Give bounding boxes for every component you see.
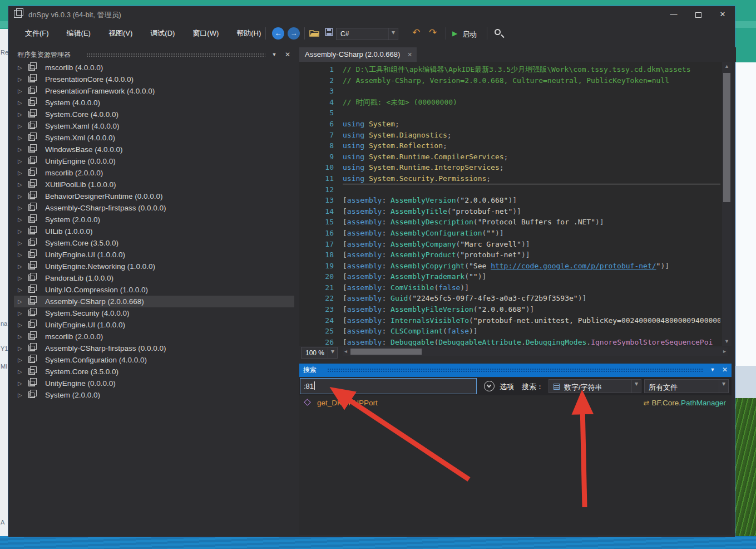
tree-item[interactable]: ▷System.Xaml (4.0.0.0)	[14, 120, 294, 132]
expander-icon[interactable]: ▷	[18, 389, 22, 401]
tree-item[interactable]: ▷Assembly-CSharp-firstpass (0.0.0.0)	[14, 202, 294, 214]
tree-item[interactable]: ▷System.Xml (4.0.0.0)	[14, 132, 294, 144]
code-editor[interactable]: 1// D:\工具和组件\apk编辑器\ApkIDE最新3.3.5少月增强版\W…	[299, 62, 732, 346]
menu-item-1[interactable]: 编辑(E)	[58, 23, 100, 44]
search-scope-select[interactable]: 所有文件 ▾	[644, 379, 729, 393]
expander-icon[interactable]: ▷	[18, 342, 22, 354]
redo-button[interactable]: ↷	[429, 27, 437, 38]
result-name[interactable]: get_DKMPHPPort	[317, 396, 378, 410]
expander-icon[interactable]: ▷	[18, 354, 22, 366]
maximize-button[interactable]	[686, 6, 710, 23]
expander-icon[interactable]: ▷	[18, 85, 22, 97]
tree-item[interactable]: ▷UnityEngine.Networking (1.0.0.0)	[14, 261, 294, 272]
tree-item[interactable]: ▷WindowsBase (4.0.0.0)	[14, 144, 294, 155]
expander-icon[interactable]: ▷	[18, 366, 22, 378]
close-button[interactable]: ✕	[710, 6, 735, 23]
tree-item[interactable]: ▷UnityEngine.UI (1.0.0.0)	[14, 249, 294, 261]
tree-item[interactable]: ▷mscorlib (2.0.0.0)	[14, 167, 294, 179]
tree-item[interactable]: ▷PandoraLib (1.0.0.0)	[14, 272, 294, 284]
expander-icon[interactable]: ▷	[18, 237, 22, 249]
menu-item-3[interactable]: 调试(D)	[141, 23, 184, 44]
expander-icon[interactable]: ▷	[18, 249, 22, 261]
tree-item[interactable]: ▷XUtliPoolLib (1.0.0.0)	[14, 179, 294, 190]
tree-item[interactable]: ▷System.Core (4.0.0.0)	[14, 109, 294, 120]
minimize-button[interactable]: —	[661, 6, 686, 23]
tree-item[interactable]: ▷PresentationCore (4.0.0.0)	[14, 73, 294, 85]
tree-item[interactable]: ▷System (4.0.0.0)	[14, 97, 294, 109]
hyperlink[interactable]: http://code.google.com/p/protobuf-net/	[491, 262, 656, 270]
expander-icon[interactable]: ▷	[18, 97, 22, 109]
undo-button[interactable]: ↶	[412, 27, 420, 38]
tree-item[interactable]: ▷System (2.0.0.0)	[14, 389, 294, 401]
tree-item[interactable]: ▷System.Core (3.5.0.0)	[14, 237, 294, 249]
horizontal-scrollbar-thumb[interactable]	[350, 349, 422, 355]
tree-item[interactable]: ▷System (2.0.0.0)	[14, 214, 294, 226]
options-label[interactable]: 选项	[500, 382, 514, 392]
expander-icon[interactable]: ▷	[18, 179, 22, 190]
menu-item-5[interactable]: 帮助(H)	[228, 23, 270, 44]
zoom-level-select[interactable]: 100 % ▾	[301, 347, 338, 359]
expander-icon[interactable]: ▷	[18, 307, 22, 319]
tab-assembly-csharp[interactable]: Assembly-CSharp (2.0.0.668) ✕	[299, 47, 417, 62]
language-select[interactable]: C# ▾	[336, 28, 398, 40]
navigate-back-button[interactable]: ←	[272, 27, 284, 40]
tree-item[interactable]: ▷UnityEngine (0.0.0.0)	[14, 155, 294, 167]
menu-item-0[interactable]: 文件(F)	[16, 23, 58, 44]
navigate-forward-button[interactable]: →	[288, 27, 300, 40]
tab-close-icon[interactable]: ✕	[407, 51, 412, 58]
titlebar[interactable]: dnSpy v6.0.3 (64-bit, 管理员) — ✕	[8, 6, 735, 23]
expander-icon[interactable]: ▷	[18, 331, 22, 342]
expander-icon[interactable]: ▷	[18, 109, 22, 120]
tree-item[interactable]: ▷BehaviorDesignerRuntime (0.0.0.0)	[14, 190, 294, 202]
search-kind-select[interactable]: 数字/字符串 ▾	[549, 379, 641, 393]
expander-icon[interactable]: ▷	[18, 132, 22, 144]
expander-icon[interactable]: ▷	[18, 155, 22, 167]
options-expander-icon[interactable]	[484, 381, 495, 391]
panel-menu-icon[interactable]: ▼	[707, 364, 718, 376]
vertical-scrollbar-thumb[interactable]	[723, 73, 730, 202]
expander-icon[interactable]: ▷	[18, 272, 22, 284]
scroll-right-icon[interactable]: ▸	[723, 348, 726, 354]
expander-icon[interactable]: ▷	[18, 190, 22, 202]
tree-item[interactable]: ▷System.Configuration (4.0.0.0)	[14, 354, 294, 366]
expander-icon[interactable]: ▷	[18, 261, 22, 272]
menu-item-4[interactable]: 窗口(W)	[184, 23, 228, 44]
expander-icon[interactable]: ▷	[18, 296, 22, 307]
panel-menu-icon[interactable]: ▼	[269, 48, 280, 61]
expander-icon[interactable]: ▷	[18, 62, 22, 73]
start-button[interactable]: 启动	[462, 30, 477, 40]
start-icon[interactable]: ▶	[452, 30, 457, 37]
scroll-left-icon[interactable]: ◂	[344, 348, 347, 354]
tree-item[interactable]: ▷mscorlib (4.0.0.0)	[14, 62, 294, 73]
horizontal-scrollbar[interactable]: ◂ ▸	[343, 347, 728, 356]
expander-icon[interactable]: ▷	[18, 226, 22, 237]
expander-icon[interactable]: ▷	[18, 73, 22, 85]
tree-item[interactable]: ▷UILib (1.0.0.0)	[14, 226, 294, 237]
tree-item[interactable]: ▷System.Security (4.0.0.0)	[14, 307, 294, 319]
panel-close-icon[interactable]: ✕	[282, 48, 293, 61]
expander-icon[interactable]: ▷	[18, 167, 22, 179]
search-input[interactable]: :81	[300, 378, 477, 394]
scroll-down-icon[interactable]: ▼	[722, 339, 732, 344]
tree-item[interactable]: ▷Assembly-CSharp (2.0.0.668)	[14, 296, 294, 307]
vertical-scrollbar[interactable]: ▲ ▼	[722, 62, 732, 346]
tree-item[interactable]: ▷Unity.IO.Compression (1.0.0.0)	[14, 284, 294, 296]
tree-item[interactable]: ▷PresentationFramework (4.0.0.0)	[14, 85, 294, 97]
save-all-icon[interactable]	[324, 27, 334, 37]
tree-item[interactable]: ▷UnityEngine.UI (1.0.0.0)	[14, 319, 294, 331]
expander-icon[interactable]: ▷	[18, 284, 22, 296]
search-icon[interactable]	[495, 29, 501, 35]
scroll-up-icon[interactable]: ▲	[722, 63, 732, 69]
expander-icon[interactable]: ▷	[18, 120, 22, 132]
expander-icon[interactable]: ▷	[18, 202, 22, 214]
panel-close-icon[interactable]: ✕	[719, 364, 730, 376]
tree-item[interactable]: ▷System.Core (3.5.0.0)	[14, 366, 294, 378]
expander-icon[interactable]: ▷	[18, 378, 22, 389]
expander-icon[interactable]: ▷	[18, 144, 22, 155]
expander-icon[interactable]: ▷	[18, 319, 22, 331]
open-file-icon[interactable]	[309, 28, 320, 38]
tree-item[interactable]: ▷UnityEngine (0.0.0.0)	[14, 378, 294, 389]
expander-icon[interactable]: ▷	[18, 214, 22, 226]
menu-item-2[interactable]: 视图(V)	[100, 23, 141, 44]
tree-item[interactable]: ▷Assembly-CSharp-firstpass (0.0.0.0)	[14, 342, 294, 354]
